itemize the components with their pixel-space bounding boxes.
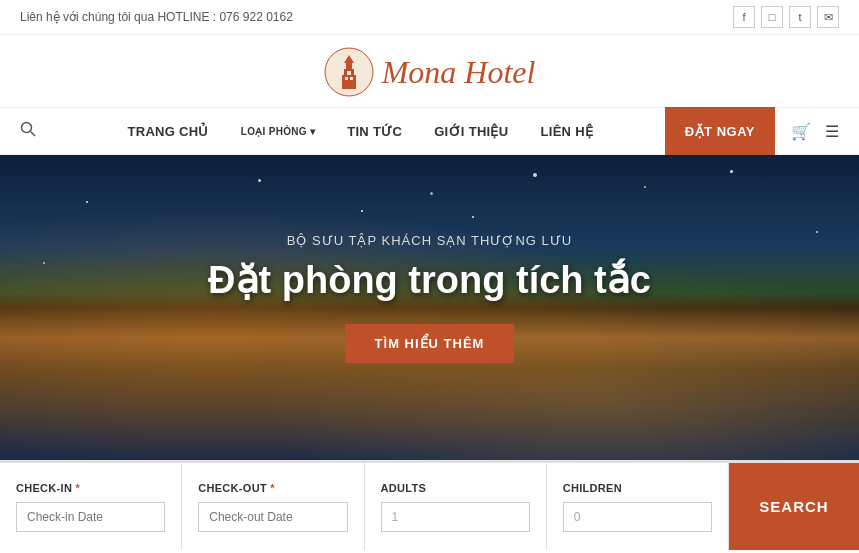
children-field: CHILDREN [547,463,729,550]
navbar: TRANG CHỦ LOẠI PHÒNG ▾ TIN TỨC GIỚI THIỆ… [0,107,859,155]
nav-lien-he[interactable]: LIÊN HỆ [540,124,593,139]
svg-rect-5 [345,77,348,80]
hero-subtitle: BỘ SƯU TẬP KHÁCH SẠN THƯỢNG LƯU [208,233,651,248]
svg-rect-1 [342,75,356,89]
social-icons: f □ t ✉ [733,6,839,28]
adults-input[interactable] [381,502,530,532]
dat-ngay-button[interactable]: ĐẶT NGAY [665,107,775,155]
booking-bar: CHECK-IN * CHECK-OUT * ADULTS CHILDREN S… [0,460,859,550]
checkout-field: CHECK-OUT * [182,463,364,550]
checkout-input[interactable] [198,502,347,532]
svg-line-9 [31,132,36,137]
svg-point-8 [22,123,32,133]
svg-rect-7 [347,71,351,75]
hotline-text: Liên hệ với chúng tôi qua HOTLINE : 076 … [20,10,293,24]
facebook-icon[interactable]: f [733,6,755,28]
checkout-required-star: * [267,482,275,494]
checkout-label: CHECK-OUT * [198,482,347,494]
search-button[interactable]: SEARCH [729,463,859,550]
hero-learn-more-button[interactable]: TÌM HIỂU THÊM [345,324,515,363]
logo-text[interactable]: Mona Hotel [382,54,536,91]
twitter-icon[interactable]: t [789,6,811,28]
checkin-input[interactable] [16,502,165,532]
checkin-field: CHECK-IN * [0,463,182,550]
nav-loai-phong[interactable]: LOẠI PHÒNG ▾ [241,126,315,137]
nav-gioi-thieu[interactable]: GIỚI THIỆU [434,124,508,139]
menu-icon[interactable]: ☰ [825,122,839,141]
cart-icon[interactable]: 🛒 [791,122,811,141]
logo-area: Mona Hotel [0,35,859,107]
checkin-label: CHECK-IN * [16,482,165,494]
checkin-required-star: * [72,482,80,494]
children-label: CHILDREN [563,482,712,494]
top-bar: Liên hệ với chúng tôi qua HOTLINE : 076 … [0,0,859,35]
svg-rect-6 [350,77,353,80]
nav-trang-chu[interactable]: TRANG CHỦ [127,124,208,139]
instagram-icon[interactable]: □ [761,6,783,28]
nav-links: TRANG CHỦ LOẠI PHÒNG ▾ TIN TỨC GIỚI THIỆ… [56,124,665,139]
search-icon[interactable] [20,121,36,141]
adults-field: ADULTS [365,463,547,550]
nav-right-icons: 🛒 ☰ [791,122,839,141]
adults-label: ADULTS [381,482,530,494]
hero-section: BỘ SƯU TẬP KHÁCH SẠN THƯỢNG LƯU Đặt phòn… [0,155,859,460]
nav-tin-tuc[interactable]: TIN TỨC [347,124,402,139]
logo-building-icon [324,47,374,97]
children-input[interactable] [563,502,712,532]
hero-content: BỘ SƯU TẬP KHÁCH SẠN THƯỢNG LƯU Đặt phòn… [208,233,651,363]
email-icon[interactable]: ✉ [817,6,839,28]
hero-title: Đặt phòng trong tích tắc [208,258,651,302]
svg-rect-3 [346,63,352,71]
